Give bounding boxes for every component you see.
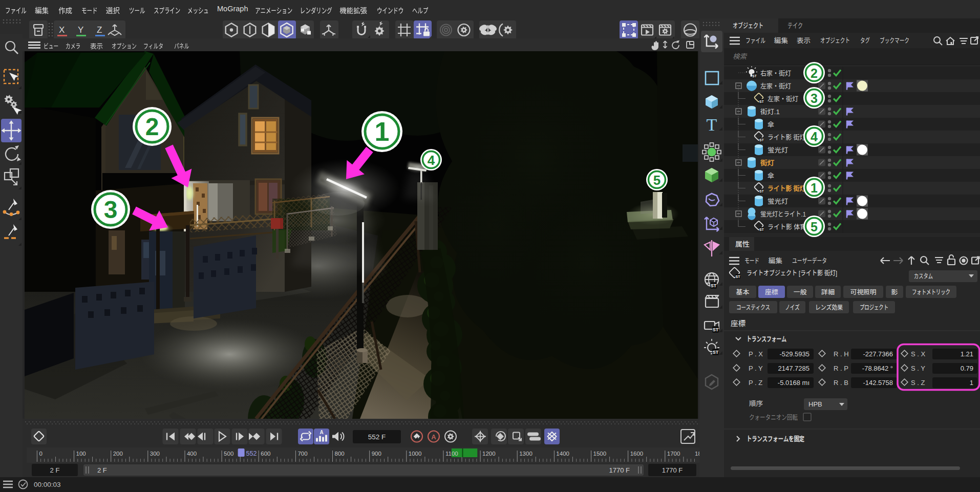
svg-text:4: 4 bbox=[428, 153, 435, 168]
svg-text:5: 5 bbox=[811, 220, 818, 234]
svg-text:3: 3 bbox=[811, 91, 818, 105]
svg-text:5: 5 bbox=[653, 173, 661, 188]
svg-text:3: 3 bbox=[104, 196, 118, 223]
svg-text:4: 4 bbox=[811, 130, 818, 144]
svg-text:1: 1 bbox=[375, 117, 390, 146]
svg-text:2: 2 bbox=[811, 66, 818, 80]
svg-text:2: 2 bbox=[145, 113, 159, 140]
svg-text:1: 1 bbox=[811, 181, 818, 195]
